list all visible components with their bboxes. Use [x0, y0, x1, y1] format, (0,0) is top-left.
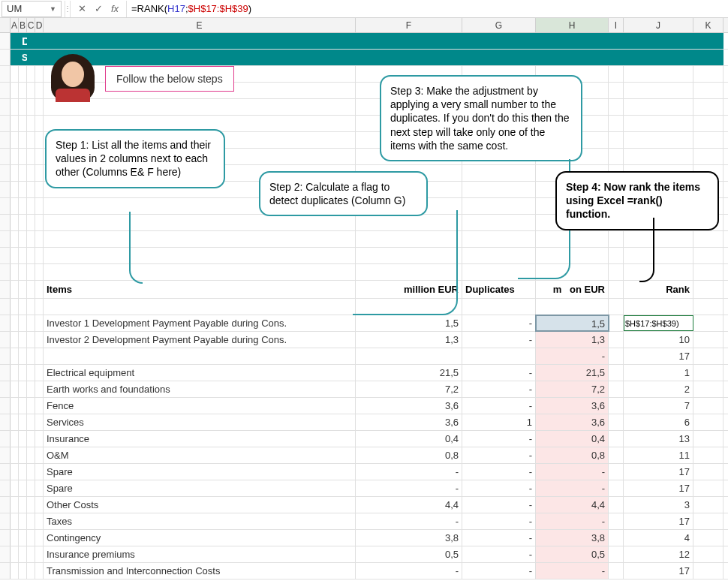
col-header-C[interactable]: C [27, 18, 35, 32]
cell-h-value[interactable]: 0,5 [536, 546, 609, 562]
cell-duplicates[interactable]: - [462, 464, 536, 480]
cell-h-value[interactable]: 0,8 [536, 447, 609, 463]
col-header-H[interactable]: H [536, 18, 609, 32]
cell-duplicates[interactable]: - [462, 447, 536, 463]
cell-h-value[interactable]: 7,2 [536, 381, 609, 397]
col-header-G[interactable]: G [462, 18, 536, 32]
cell-million-eur[interactable] [356, 348, 462, 364]
cell-million-eur[interactable]: - [356, 464, 462, 480]
cell-duplicates[interactable] [462, 348, 536, 364]
cell-item[interactable]: Other Costs [44, 497, 356, 513]
cell-h-value[interactable]: 0,4 [536, 431, 609, 447]
cell-duplicates[interactable]: - [462, 398, 536, 414]
cell-duplicates[interactable]: - [462, 381, 536, 397]
cell-million-eur[interactable]: 0,4 [356, 431, 462, 447]
cell-million-eur[interactable]: 1,5 [356, 315, 462, 331]
cell-h-value[interactable]: 3,6 [536, 398, 609, 414]
formula-input[interactable]: =RANK(H17;$H$17:$H$39) [126, 1, 728, 17]
cell-h-value[interactable]: - [536, 513, 609, 529]
cell-h-value[interactable]: - [536, 464, 609, 480]
cell-duplicates[interactable]: - [462, 497, 536, 513]
cell-rank[interactable]: 12 [624, 546, 693, 562]
cell-rank[interactable]: 17 [624, 513, 693, 529]
cell-million-eur[interactable]: 3,6 [356, 398, 462, 414]
col-header-J[interactable]: J [624, 18, 693, 32]
cell-duplicates[interactable]: - [462, 480, 536, 496]
cell-rank[interactable]: 6 [624, 414, 693, 430]
cell-h-value[interactable]: 21,5 [536, 365, 609, 381]
col-header-E[interactable]: E [44, 18, 356, 32]
cell-rank[interactable]: 13 [624, 431, 693, 447]
cell-h-value[interactable]: - [536, 480, 609, 496]
cell-item[interactable]: Taxes [44, 513, 356, 529]
cell-rank[interactable]: 17 [624, 563, 693, 579]
cell-h-value[interactable]: - [536, 563, 609, 579]
col-header-A[interactable]: A [11, 18, 19, 32]
active-cell[interactable]: 1,5 [536, 315, 609, 331]
cell-rank[interactable]: 4 [624, 530, 693, 546]
cell-duplicates[interactable]: - [462, 530, 536, 546]
cell-item[interactable]: Spare [44, 480, 356, 496]
row-header[interactable] [0, 50, 11, 65]
cancel-formula-button[interactable]: ✕ [74, 1, 90, 17]
enter-formula-button[interactable]: ✓ [90, 1, 107, 17]
cell-rank[interactable]: $H$17:$H$39) [624, 315, 693, 331]
cell-million-eur[interactable]: - [356, 480, 462, 496]
cell-item[interactable]: Services [44, 414, 356, 430]
cell-million-eur[interactable]: 0,5 [356, 546, 462, 562]
cell-item[interactable]: Investor 2 Development Payment Payable d… [44, 332, 356, 348]
cell-rank[interactable]: 7 [624, 398, 693, 414]
cell-million-eur[interactable]: - [356, 563, 462, 579]
cell-duplicates[interactable]: - [462, 365, 536, 381]
row-header[interactable] [0, 33, 11, 49]
cell-h-value[interactable]: 4,4 [536, 497, 609, 513]
cell-rank[interactable]: 2 [624, 381, 693, 397]
cell-duplicates[interactable]: - [462, 546, 536, 562]
cell-rank[interactable]: 10 [624, 332, 693, 348]
cell-million-eur[interactable]: - [356, 513, 462, 529]
cell-million-eur[interactable]: 7,2 [356, 381, 462, 397]
cell-duplicates[interactable]: 1 [462, 414, 536, 430]
cell-million-eur[interactable]: 21,5 [356, 365, 462, 381]
cell-rank[interactable]: 17 [624, 348, 693, 364]
cell-duplicates[interactable]: - [462, 315, 536, 331]
name-box[interactable]: UM ▼ [2, 1, 62, 17]
cell-million-eur[interactable]: 3,6 [356, 414, 462, 430]
cell-item[interactable]: Insurance premiums [44, 546, 356, 562]
cell-item[interactable]: Investor 1 Development Payment Payable d… [44, 315, 356, 331]
cell-item[interactable]: Spare [44, 464, 356, 480]
cell-duplicates[interactable]: - [462, 332, 536, 348]
cell-million-eur[interactable]: 3,8 [356, 530, 462, 546]
cell-item[interactable]: Contingency [44, 530, 356, 546]
insert-function-button[interactable]: fx [107, 1, 123, 17]
col-header-F[interactable]: F [356, 18, 462, 32]
cell-rank[interactable]: 17 [624, 480, 693, 496]
col-header-K[interactable]: K [693, 18, 723, 32]
cell-million-eur[interactable]: 0,8 [356, 447, 462, 463]
col-header-D[interactable]: D [35, 18, 44, 32]
cell-duplicates[interactable]: - [462, 431, 536, 447]
cell-item[interactable]: Fence [44, 398, 356, 414]
cell-million-eur[interactable]: 1,3 [356, 332, 462, 348]
cell-item[interactable]: Electrical equipment [44, 365, 356, 381]
cell-h-value[interactable]: - [536, 348, 609, 364]
cell-item[interactable] [44, 348, 356, 364]
cell-million-eur[interactable]: 4,4 [356, 497, 462, 513]
cell-rank[interactable]: 11 [624, 447, 693, 463]
cell-rank[interactable]: 1 [624, 365, 693, 381]
chevron-down-icon[interactable]: ▼ [50, 5, 56, 13]
cell-rank[interactable]: 3 [624, 497, 693, 513]
cell-item[interactable]: Earth works and foundations [44, 381, 356, 397]
cell-rank[interactable]: 17 [624, 464, 693, 480]
cell-h-value[interactable]: 3,8 [536, 530, 609, 546]
cell-item[interactable]: Transmission and Interconnection Costs [44, 563, 356, 579]
col-header-I[interactable]: I [609, 18, 624, 32]
cell-duplicates[interactable]: - [462, 513, 536, 529]
cell-h-value[interactable]: 1,3 [536, 332, 609, 348]
select-all-corner[interactable] [0, 18, 11, 32]
cell-item[interactable]: O&M [44, 447, 356, 463]
cell-h-value[interactable]: 3,6 [536, 414, 609, 430]
cell-item[interactable]: Insurance [44, 431, 356, 447]
cell-duplicates[interactable]: - [462, 563, 536, 579]
col-header-B[interactable]: B [19, 18, 27, 32]
